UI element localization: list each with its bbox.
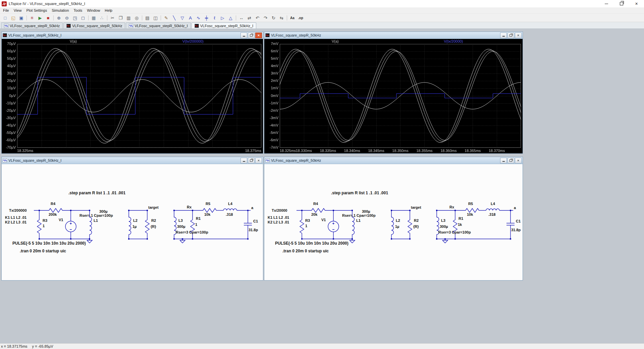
l4-name[interactable]: L4 bbox=[491, 202, 495, 206]
window-restore-button[interactable] bbox=[507, 33, 514, 38]
menu-help[interactable]: Help bbox=[102, 8, 115, 13]
wire-icon[interactable]: ╲ bbox=[170, 14, 178, 21]
c1-name[interactable]: C1 bbox=[253, 219, 258, 223]
l4-value[interactable]: .318 bbox=[226, 212, 233, 216]
l1-params[interactable]: Rser=.1 Cpar=100p bbox=[342, 213, 376, 217]
open-icon[interactable]: ◱ bbox=[9, 14, 17, 21]
a-node-label[interactable]: a bbox=[251, 206, 254, 210]
menu-file[interactable]: File bbox=[1, 8, 11, 13]
k2-directive[interactable]: K2 L2 L3 .01 bbox=[268, 220, 289, 224]
inductor-l3[interactable] bbox=[174, 210, 176, 239]
tab-waveform-50khz-i[interactable]: VLFosc_square_stepR_50kHz_I bbox=[192, 22, 256, 29]
pulse-directive[interactable]: PULSE(-5 5 10u 10n 10n 10u 20u 2000) bbox=[275, 241, 348, 246]
l3-params[interactable]: Rser=3 Cpar=100p bbox=[176, 230, 208, 234]
resistor-r3[interactable] bbox=[37, 210, 41, 239]
resistor-r1[interactable] bbox=[453, 210, 457, 239]
ground-icon[interactable]: ▽ bbox=[178, 14, 186, 21]
r2-value[interactable]: {R} bbox=[413, 225, 419, 229]
window-titlebar[interactable]: VLFosc_square_stepR_50kHz_I × bbox=[2, 157, 263, 164]
menu-plot-settings[interactable]: Plot Settings bbox=[24, 8, 49, 13]
resistor-r3[interactable] bbox=[300, 210, 304, 239]
menu-tools[interactable]: Tools bbox=[71, 8, 85, 13]
window-restore-button[interactable] bbox=[248, 158, 255, 163]
window-minimize-button[interactable] bbox=[500, 158, 507, 163]
r4-name[interactable]: R4 bbox=[51, 202, 56, 206]
copy-icon[interactable]: ❐ bbox=[117, 14, 124, 21]
l3-name[interactable]: L3 bbox=[178, 218, 183, 222]
inductor-icon[interactable]: ℓ bbox=[211, 14, 218, 21]
l2-value[interactable]: 1µ bbox=[132, 225, 137, 229]
tran-directive[interactable]: .tran 0 20m 0 startup uic bbox=[20, 249, 66, 253]
rx-node-label[interactable]: Rx bbox=[449, 205, 454, 209]
l2-name[interactable]: L2 bbox=[396, 218, 400, 222]
resistor-r4[interactable] bbox=[49, 208, 62, 212]
r5-value[interactable]: 10k bbox=[467, 212, 473, 216]
c1-name[interactable]: C1 bbox=[516, 219, 521, 223]
a-node-label[interactable]: a bbox=[514, 206, 516, 210]
cut-icon[interactable]: ✂ bbox=[109, 14, 116, 21]
r1-name[interactable]: R1 bbox=[459, 216, 463, 220]
app-close-button[interactable]: × bbox=[629, 0, 644, 7]
capacitor-icon[interactable]: ╪ bbox=[203, 14, 210, 21]
resistor-icon[interactable]: ∿ bbox=[195, 14, 202, 21]
rotate-icon[interactable]: ↻ bbox=[270, 14, 277, 21]
r2-value[interactable]: {R} bbox=[151, 225, 156, 229]
l1-name[interactable]: L1 bbox=[356, 218, 361, 222]
spice-directive-icon[interactable]: .op bbox=[297, 14, 305, 21]
redo-icon[interactable]: ↷ bbox=[262, 14, 269, 21]
tx-node-label[interactable]: Tx/200000 bbox=[9, 208, 27, 212]
mark-data-points-icon[interactable]: ∴ bbox=[98, 14, 106, 21]
move-icon[interactable]: ↔ bbox=[237, 14, 245, 21]
r1-value[interactable]: 1 bbox=[195, 222, 197, 227]
resistor-r1[interactable] bbox=[191, 210, 195, 239]
window-minimize-button[interactable] bbox=[240, 33, 247, 38]
r3-value[interactable]: 1 bbox=[305, 224, 307, 228]
diode-icon[interactable]: ▷ bbox=[219, 14, 226, 21]
l2-name[interactable]: L2 bbox=[133, 218, 138, 222]
c1-value[interactable]: 31.8p bbox=[511, 228, 521, 232]
v1-name[interactable]: V1 bbox=[321, 218, 326, 222]
app-titlebar[interactable]: LTspice IV - VLFosc_square_stepR_50kHz_I… bbox=[0, 0, 644, 7]
waveform-plot-canvas-right[interactable] bbox=[264, 39, 523, 153]
window-minimize-button[interactable] bbox=[500, 33, 507, 38]
app-restore-button[interactable] bbox=[614, 0, 629, 7]
window-titlebar[interactable]: VLFosc_square_stepR_50kHz × bbox=[264, 32, 523, 39]
r4-name[interactable]: R4 bbox=[313, 202, 318, 206]
l2-value[interactable]: 1µ bbox=[395, 225, 399, 229]
menu-view[interactable]: View bbox=[11, 8, 24, 13]
l1-value[interactable]: 300µ bbox=[362, 209, 370, 213]
component-icon[interactable]: △ bbox=[227, 14, 234, 21]
mirror-icon[interactable]: ⇆ bbox=[278, 14, 285, 21]
l3-params[interactable]: Rser=3 Cpar=100p bbox=[438, 230, 471, 234]
zoom-area-icon[interactable]: ◳ bbox=[71, 14, 79, 21]
step-directive[interactable]: .step param R list 1 .1 .01 .001 bbox=[68, 191, 125, 195]
menu-window[interactable]: Window bbox=[85, 8, 102, 13]
window-titlebar[interactable]: VLFosc_square_stepR_50kHz_I × bbox=[2, 32, 263, 39]
r3-name[interactable]: R3 bbox=[305, 218, 310, 222]
r5-name[interactable]: R5 bbox=[206, 202, 210, 206]
drag-icon[interactable]: ⇄ bbox=[246, 14, 253, 21]
zoom-out-icon[interactable]: ⊖ bbox=[63, 14, 71, 21]
r4-value[interactable]: 200k bbox=[49, 212, 57, 216]
zoom-full-extents-icon[interactable]: ◻ bbox=[79, 14, 87, 21]
schematic-canvas-right[interactable]: .step param R list 1 .1 .01 .001Tx/20000… bbox=[264, 164, 523, 280]
window-close-button[interactable]: × bbox=[515, 158, 522, 163]
k1-directive[interactable]: K1 L1 L2 .01 bbox=[268, 215, 289, 219]
r3-name[interactable]: R3 bbox=[43, 218, 47, 222]
schematic-canvas-left[interactable]: .step param R list 1 .1 .01 .001Tx/20000… bbox=[2, 164, 263, 280]
inductor-l3[interactable] bbox=[437, 210, 439, 239]
l1-value[interactable]: 300µ bbox=[99, 209, 108, 213]
r1-value[interactable]: 1k bbox=[458, 222, 462, 227]
resistor-r2[interactable] bbox=[145, 210, 149, 239]
l3-value[interactable]: 300µ bbox=[177, 225, 185, 229]
r5-value[interactable]: 10k bbox=[204, 212, 211, 216]
resistor-r5[interactable] bbox=[203, 208, 216, 212]
k2-directive[interactable]: K2 L2 L3 .01 bbox=[5, 220, 26, 224]
resistor-r5[interactable] bbox=[466, 208, 479, 212]
l1-params[interactable]: Rser=.1 Cpar=100p bbox=[79, 213, 113, 217]
tab-schematic-50khz[interactable]: VLFosc_square_stepR_50kHz bbox=[1, 22, 63, 29]
pulse-directive[interactable]: PULSE(-5 5 10u 10n 10n 10u 20u 2000) bbox=[12, 241, 86, 246]
r1-name[interactable]: R1 bbox=[196, 216, 201, 220]
capacitor-c1[interactable] bbox=[506, 210, 515, 239]
find-icon[interactable]: ◎ bbox=[133, 14, 141, 21]
